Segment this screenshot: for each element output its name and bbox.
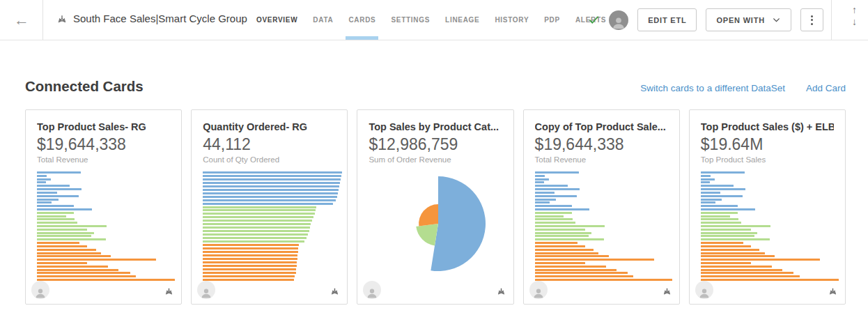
tab-cards[interactable]: CARDS bbox=[348, 0, 375, 40]
card-5[interactable]: Top Product Sales ($) + ELB$19.64MTop Pr… bbox=[689, 109, 846, 305]
card-chart-pie bbox=[369, 171, 511, 281]
bar bbox=[701, 269, 782, 271]
bar bbox=[203, 178, 341, 180]
card-footer bbox=[524, 276, 679, 304]
avatar[interactable] bbox=[609, 10, 628, 30]
bar bbox=[203, 226, 310, 229]
pie-slice bbox=[419, 204, 439, 226]
bar bbox=[37, 249, 96, 251]
add-card-link[interactable]: Add Card bbox=[806, 83, 846, 93]
chevron-down-icon bbox=[772, 15, 781, 24]
bar bbox=[203, 230, 309, 232]
scroll-up-button[interactable]: ↑ bbox=[846, 4, 862, 16]
open-with-button[interactable]: OPEN WITH bbox=[706, 8, 791, 31]
bar bbox=[701, 222, 741, 224]
card-list: Top Product Sales- RG$19,644,338Total Re… bbox=[25, 109, 846, 305]
card-value: 44,112 bbox=[203, 135, 336, 154]
card-chart-bars bbox=[37, 171, 179, 281]
bar bbox=[535, 249, 594, 251]
bar bbox=[701, 218, 738, 220]
dataflow-icon[interactable] bbox=[827, 286, 839, 298]
card-value: $12,986,759 bbox=[369, 135, 502, 154]
card-subtitle: Count of Qty Ordered bbox=[203, 155, 336, 164]
bar bbox=[203, 209, 316, 211]
tab-history[interactable]: HISTORY bbox=[495, 0, 529, 40]
bar bbox=[535, 181, 544, 183]
owner-avatar-placeholder bbox=[695, 281, 713, 299]
card-chart-bars bbox=[535, 171, 677, 281]
back-button[interactable]: ← bbox=[11, 10, 32, 31]
bar bbox=[535, 215, 564, 217]
bar bbox=[37, 225, 107, 227]
bar bbox=[203, 240, 304, 243]
tab-lineage[interactable]: LINEAGE bbox=[445, 0, 479, 40]
bar bbox=[37, 208, 92, 210]
bar bbox=[37, 238, 106, 240]
bar bbox=[535, 272, 628, 274]
edit-etl-label: EDIT ETL bbox=[648, 16, 686, 24]
bar bbox=[37, 272, 130, 274]
tab-data[interactable]: DATA bbox=[313, 0, 333, 40]
bar bbox=[535, 245, 585, 247]
card-4[interactable]: Copy of Top Product Sale...$19,644,338To… bbox=[523, 109, 680, 305]
bar bbox=[203, 196, 337, 198]
card-3[interactable]: Top Sales by Product Cat...$12,986,759Su… bbox=[357, 109, 513, 305]
bar bbox=[535, 225, 605, 227]
bar bbox=[701, 212, 738, 214]
bar bbox=[701, 262, 751, 264]
bar bbox=[535, 269, 617, 271]
pie-slice bbox=[431, 176, 486, 271]
tab-settings[interactable]: SETTINGS bbox=[391, 0, 430, 40]
tab-pdp[interactable]: PDP bbox=[544, 0, 560, 40]
bar bbox=[203, 192, 338, 194]
bar bbox=[701, 185, 734, 187]
tab-overview[interactable]: OVERVIEW bbox=[256, 0, 297, 40]
bar bbox=[203, 265, 297, 267]
dataflow-icon[interactable] bbox=[495, 286, 507, 298]
card-title: Top Product Sales- RG bbox=[37, 121, 170, 132]
bar bbox=[203, 213, 315, 215]
edit-etl-button[interactable]: EDIT ETL bbox=[637, 8, 697, 31]
dataflow-icon[interactable] bbox=[329, 286, 341, 298]
bar bbox=[535, 185, 568, 187]
bar bbox=[37, 188, 82, 190]
scroll-down-button[interactable]: ↓ bbox=[846, 16, 862, 28]
bar bbox=[37, 222, 77, 224]
bar bbox=[535, 199, 557, 201]
bar bbox=[203, 233, 308, 236]
owner-avatar-placeholder bbox=[363, 281, 381, 299]
dataflow-icon[interactable] bbox=[661, 286, 673, 298]
check-icon bbox=[588, 14, 600, 26]
bar bbox=[701, 266, 772, 268]
dataset-header: ← South Face Sales|Smart Cycle Group OVE… bbox=[0, 0, 868, 40]
bar bbox=[701, 249, 760, 251]
bar bbox=[203, 244, 299, 246]
card-subtitle: Top Product Sales bbox=[701, 155, 834, 164]
bar bbox=[203, 237, 307, 239]
bar bbox=[535, 235, 589, 237]
bar bbox=[37, 212, 74, 214]
bar bbox=[37, 255, 111, 257]
owner-avatar-placeholder bbox=[197, 281, 215, 299]
bar bbox=[701, 259, 820, 261]
bar bbox=[535, 195, 577, 197]
bar bbox=[535, 259, 654, 261]
card-2[interactable]: Quantity Ordered- RG44,112Count of Qty O… bbox=[191, 109, 348, 305]
bar bbox=[37, 171, 81, 174]
bar bbox=[535, 232, 592, 234]
bar bbox=[701, 192, 721, 194]
switch-cards-link[interactable]: Switch cards to a different DataSet bbox=[640, 83, 785, 93]
bar bbox=[535, 188, 580, 190]
bar bbox=[535, 171, 579, 174]
bar bbox=[203, 258, 297, 260]
kebab-menu-button[interactable] bbox=[800, 8, 823, 31]
header-divider-right bbox=[831, 0, 832, 40]
card-chart-bars bbox=[203, 171, 345, 281]
bar bbox=[535, 222, 575, 224]
bar bbox=[535, 229, 585, 231]
header-divider bbox=[42, 0, 43, 40]
bar bbox=[701, 195, 743, 197]
card-1[interactable]: Top Product Sales- RG$19,644,338Total Re… bbox=[25, 109, 182, 305]
dataflow-icon[interactable] bbox=[163, 286, 175, 298]
owner-avatar-placeholder bbox=[31, 281, 49, 299]
